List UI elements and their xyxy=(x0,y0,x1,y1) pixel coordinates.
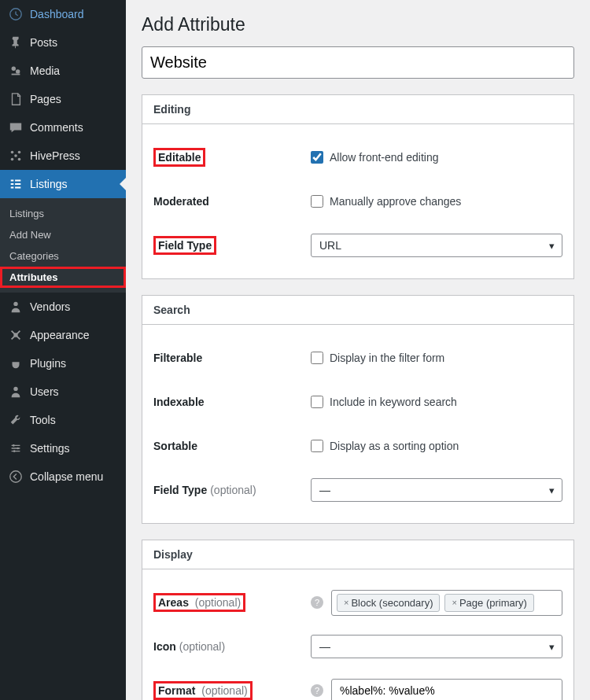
filterable-field-text: Display in the filter form xyxy=(330,352,444,364)
tag-remove-icon[interactable]: × xyxy=(344,598,348,607)
svg-point-9 xyxy=(13,333,17,337)
sidebar-submenu-item-add-new[interactable]: Add New xyxy=(0,224,126,245)
settings-icon xyxy=(8,440,24,456)
sidebar-item-media[interactable]: Media xyxy=(0,57,126,85)
search-field-type-select[interactable]: — xyxy=(311,478,562,502)
sidebar-submenu-item-attributes[interactable]: Attributes xyxy=(0,267,126,288)
svg-point-4 xyxy=(18,151,21,154)
search-field-type-label: Field Type(optional) xyxy=(153,484,311,496)
sidebar-item-label: Listings xyxy=(30,178,67,190)
help-icon[interactable]: ? xyxy=(311,596,323,609)
icon-field-select[interactable]: — xyxy=(311,635,562,658)
pin-icon xyxy=(8,35,24,50)
users-icon xyxy=(8,384,24,400)
sidebar-item-label: Tools xyxy=(30,414,56,426)
moderated-field-control[interactable]: Manually approve changes xyxy=(311,195,461,208)
filterable-field-label: Filterable xyxy=(153,352,311,364)
format-field-label: Format (optional) xyxy=(153,681,311,700)
sidebar-item-label: Dashboard xyxy=(30,8,84,20)
dashboard-icon xyxy=(8,6,24,22)
sidebar-item-hivepress[interactable]: HivePress xyxy=(0,142,126,170)
svg-point-12 xyxy=(17,448,19,450)
format-field-input[interactable] xyxy=(331,679,562,700)
sidebar-item-plugins[interactable]: Plugins xyxy=(0,349,126,378)
sidebar-item-label: HivePress xyxy=(30,149,80,162)
collapse-icon xyxy=(8,469,24,484)
svg-point-11 xyxy=(13,444,15,447)
indexable-field-text: Include in keyword search xyxy=(330,396,457,408)
areas-tag[interactable]: ×Page (primary) xyxy=(444,594,533,612)
search-section: Search Filterable Display in the filter … xyxy=(142,295,574,524)
sidebar-item-posts[interactable]: Posts xyxy=(0,28,126,57)
indexable-checkbox[interactable] xyxy=(311,396,323,408)
svg-point-14 xyxy=(10,471,21,482)
page-title: Add Attribute xyxy=(142,0,574,46)
svg-point-3 xyxy=(11,151,14,154)
areas-tag[interactable]: ×Block (secondary) xyxy=(337,594,440,612)
sortable-field-control[interactable]: Display as a sorting option xyxy=(311,440,459,452)
sidebar-item-collapse[interactable]: Collapse menu xyxy=(0,462,126,491)
icon-field-label: Icon(optional) xyxy=(153,640,311,653)
plugins-icon xyxy=(8,356,24,371)
display-heading: Display xyxy=(142,540,573,569)
sidebar-item-vendors[interactable]: Vendors xyxy=(0,293,126,321)
areas-field-control[interactable]: ×Block (secondary) ×Page (primary) xyxy=(331,590,562,616)
sidebar-submenu-item-listings[interactable]: Listings xyxy=(0,203,126,224)
sidebar-submenu: Listings Add New Categories Attributes xyxy=(0,198,126,293)
attribute-name-input[interactable] xyxy=(142,46,574,79)
help-icon[interactable]: ? xyxy=(311,684,323,697)
editing-heading: Editing xyxy=(142,95,573,124)
sidebar-item-label: Vendors xyxy=(30,300,70,313)
editable-field-text: Allow front-end editing xyxy=(330,151,439,164)
svg-point-5 xyxy=(11,158,14,161)
sidebar-item-comments[interactable]: Comments xyxy=(0,113,126,142)
svg-point-2 xyxy=(16,69,20,73)
indexable-field-control[interactable]: Include in keyword search xyxy=(311,396,457,408)
moderated-checkbox[interactable] xyxy=(311,195,323,208)
pages-icon xyxy=(8,91,24,107)
moderated-field-label: Moderated xyxy=(153,195,311,208)
moderated-field-text: Manually approve changes xyxy=(330,195,461,208)
filterable-checkbox[interactable] xyxy=(311,352,323,364)
svg-point-7 xyxy=(14,154,17,157)
editable-checkbox[interactable] xyxy=(311,151,323,164)
svg-point-8 xyxy=(13,302,17,306)
sortable-field-text: Display as a sorting option xyxy=(330,440,459,452)
editable-field-control[interactable]: Allow front-end editing xyxy=(311,151,439,164)
sidebar-item-label: Settings xyxy=(30,442,70,455)
sidebar-item-label: Appearance xyxy=(30,329,90,341)
sidebar-item-label: Comments xyxy=(30,121,83,134)
admin-sidebar: Dashboard Posts Media Pages Comments Hiv… xyxy=(0,0,126,700)
listings-icon xyxy=(8,176,24,192)
sidebar-item-appearance[interactable]: Appearance xyxy=(0,321,126,349)
tools-icon xyxy=(8,412,24,428)
hivepress-icon xyxy=(8,148,24,164)
search-heading: Search xyxy=(142,296,573,325)
sidebar-submenu-item-categories[interactable]: Categories xyxy=(0,245,126,267)
sidebar-item-label: Posts xyxy=(30,36,57,49)
display-section: Display Areas (optional) ? ×Block (secon… xyxy=(142,540,574,700)
sidebar-item-label: Users xyxy=(30,385,59,398)
edit-field-type-label: Field Type xyxy=(153,236,216,255)
filterable-field-control[interactable]: Display in the filter form xyxy=(311,352,444,364)
tag-remove-icon[interactable]: × xyxy=(452,598,456,607)
sidebar-item-settings[interactable]: Settings xyxy=(0,434,126,462)
media-icon xyxy=(8,63,24,79)
sidebar-item-label: Media xyxy=(30,64,60,77)
svg-point-6 xyxy=(18,158,21,161)
main-content: Add Attribute Editing Editable Allow fro… xyxy=(126,0,590,700)
sidebar-item-tools[interactable]: Tools xyxy=(0,406,126,434)
editing-section: Editing Editable Allow front-end editing… xyxy=(142,94,574,279)
appearance-icon xyxy=(8,327,24,343)
edit-field-type-select[interactable]: URL xyxy=(311,234,562,257)
indexable-field-label: Indexable xyxy=(153,396,311,408)
sidebar-item-users[interactable]: Users xyxy=(0,378,126,406)
sidebar-item-pages[interactable]: Pages xyxy=(0,85,126,113)
sidebar-item-label: Plugins xyxy=(30,357,66,370)
sortable-checkbox[interactable] xyxy=(311,440,323,452)
sidebar-item-listings[interactable]: Listings xyxy=(0,170,126,198)
areas-field-label: Areas (optional) xyxy=(153,593,311,612)
sortable-field-label: Sortable xyxy=(153,440,311,452)
svg-point-13 xyxy=(13,450,16,452)
sidebar-item-dashboard[interactable]: Dashboard xyxy=(0,0,126,28)
